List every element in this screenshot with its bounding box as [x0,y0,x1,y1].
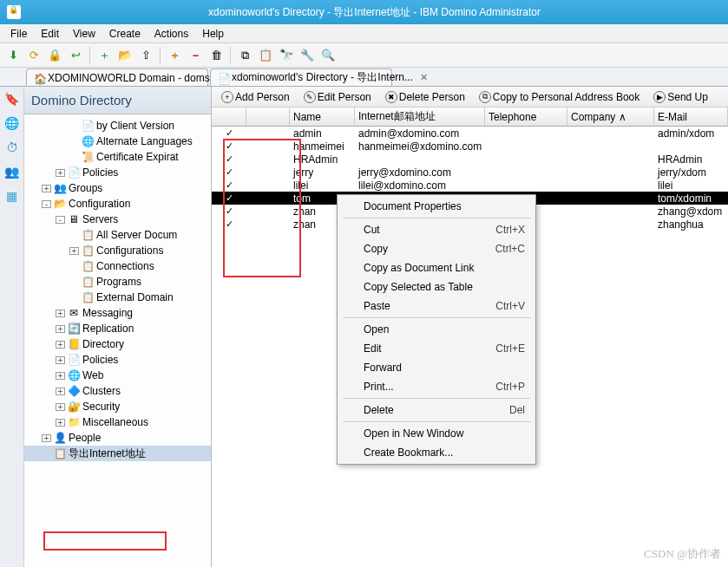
expander-icon[interactable]: + [56,419,65,427]
table-row[interactable]: ✓adminadmin@xdomino.comadmin/xdom [212,127,728,140]
menu-item[interactable]: Document Properties [339,197,534,216]
copy-icon[interactable]: ⧉ [235,46,254,65]
nav-tree[interactable]: 📄by Client Version🌐Alternate Languages📜C… [24,114,211,567]
close-icon[interactable]: ✕ [420,72,428,83]
table-row[interactable]: ✓HRAdminHRAdmin [212,153,728,166]
menu-item[interactable]: Open [339,320,534,339]
menu-item[interactable]: DeleteDel [339,401,534,420]
menu-create[interactable]: Create [102,26,148,42]
tree-item[interactable]: 🌐Alternate Languages [24,134,211,149]
tab-directory[interactable]: 📄 xdominoworld's Directory - 导出Intern...… [210,68,392,86]
tree-icon: 📄 [67,166,81,179]
tree-item[interactable]: +📋Configurations [24,243,211,258]
copy-addressbook-button[interactable]: ⧉Copy to Personal Address Book [473,88,646,106]
menu-item[interactable]: Copy as Document Link [339,258,534,277]
column-header[interactable]: Company ∧ [567,108,654,126]
tree-item[interactable]: 📋External Domain [24,290,211,305]
column-header[interactable] [246,108,290,126]
delete-icon[interactable]: 🗑 [207,46,226,65]
tree-item[interactable]: +👥Groups [24,180,211,196]
table-row[interactable]: ✓hanmeimeihanmeimei@xdomino.com [212,140,728,153]
expander-icon[interactable]: + [69,247,79,255]
bookmark-icon[interactable]: 🔖 [3,90,21,108]
paste-icon[interactable]: 📋 [256,46,275,65]
expander-icon[interactable]: + [56,325,65,333]
tree-item[interactable]: 📋导出Internet地址 [24,446,211,461]
column-header[interactable]: E-Mail [654,108,728,126]
table-row[interactable]: ✓jerryjerry@xdomino.comjerry/xdom [212,166,728,179]
tree-item[interactable]: +🌐Web [24,368,211,383]
expander-icon[interactable]: + [56,169,65,177]
tree-item[interactable]: +✉Messaging [24,305,211,321]
remove-icon[interactable]: － [186,46,205,65]
delete-person-button[interactable]: ✖Delete Person [379,88,471,106]
menu-item[interactable]: Copy Selected as Table [339,277,534,297]
browser-icon[interactable]: 🌐 [3,114,21,132]
tree-item[interactable]: -🖥Servers [24,212,211,227]
add-person-button[interactable]: +Add Person [215,88,296,106]
menu-actions[interactable]: Actions [148,26,195,42]
table-row[interactable]: ✓lileililei@xdomino.comlilei [212,179,728,192]
reply-icon[interactable]: ↩ [66,46,85,65]
tree-icon: 🖥 [67,213,81,225]
tree-item[interactable]: +👤People [24,430,211,446]
tree-item[interactable]: +📁Miscellaneous [24,414,211,430]
apps-icon[interactable]: ▦ [3,187,21,205]
lock-icon[interactable]: 🔒 [45,46,64,65]
tree-item[interactable]: +📄Policies [24,352,211,368]
tree-item[interactable]: +📒Directory [24,336,211,352]
tree-item[interactable]: -📂Configuration [24,196,211,212]
people-icon[interactable]: 👥 [3,163,21,180]
binoculars-icon[interactable]: 🔭 [277,46,296,65]
menu-item[interactable]: CutCtrl+X [339,220,534,239]
tree-item[interactable]: 📋All Server Docum [24,227,211,243]
expander-icon[interactable]: + [56,341,65,349]
expander-icon[interactable]: + [56,403,65,411]
menu-edit[interactable]: Edit [34,26,66,42]
menu-item[interactable]: Open in New Window [339,424,534,443]
expander-icon[interactable]: + [56,372,65,380]
edit-person-button[interactable]: ✎Edit Person [298,88,377,106]
menu-item[interactable]: PasteCtrl+V [339,297,534,316]
menu-item[interactable]: Forward [339,358,534,377]
menu-item[interactable]: Print...Ctrl+P [339,377,534,396]
tree-item[interactable]: 📄by Client Version [24,118,211,134]
tree-item[interactable]: 📜Certificate Expirat [24,149,211,165]
refresh-icon[interactable]: ⟳ [24,46,43,65]
properties-icon[interactable]: 🔧 [298,46,317,65]
column-header[interactable]: Name [290,108,355,126]
x-icon: ✖ [385,91,397,103]
expander-icon[interactable]: + [56,310,65,317]
pencil-icon: ✎ [304,91,316,103]
expander-icon[interactable]: + [56,356,65,364]
create-icon[interactable]: ＋ [95,46,114,65]
tree-item[interactable]: +🔷Clusters [24,383,211,399]
nav-up-icon[interactable]: ⇧ [136,46,155,65]
column-header[interactable]: Internet邮箱地址 [355,108,485,126]
tree-item[interactable]: +🔐Security [24,399,211,414]
menu-file[interactable]: File [3,26,34,42]
column-header[interactable]: Telephone [485,108,567,126]
column-header[interactable] [212,108,246,126]
expander-icon[interactable]: + [56,388,65,395]
send-button[interactable]: ▶Send Up [647,88,714,106]
history-icon[interactable]: ⏱ [3,139,21,156]
expander-icon[interactable]: + [42,434,51,442]
menu-item[interactable]: Create Bookmark... [339,443,534,462]
save-icon[interactable]: ⬇ [3,46,23,65]
tree-item[interactable]: +📄Policies [24,165,211,180]
expander-icon[interactable]: + [42,185,51,192]
folder-icon[interactable]: 📂 [115,46,134,65]
tree-item[interactable]: 📋Programs [24,274,211,290]
tree-item[interactable]: +🔄Replication [24,321,211,336]
menu-help[interactable]: Help [195,26,231,42]
expander-icon[interactable]: - [56,216,65,224]
tab-domain[interactable]: 🏠 XDOMINOWORLD Domain - domsrv0... [26,68,208,86]
expander-icon[interactable]: - [42,200,51,208]
add-icon[interactable]: ＋ [165,46,184,65]
menu-item[interactable]: CopyCtrl+C [339,239,534,258]
tree-item[interactable]: 📋Connections [24,258,211,274]
search-icon[interactable]: 🔍 [318,46,338,65]
menu-item[interactable]: EditCtrl+E [339,339,534,358]
menu-view[interactable]: View [66,26,102,42]
